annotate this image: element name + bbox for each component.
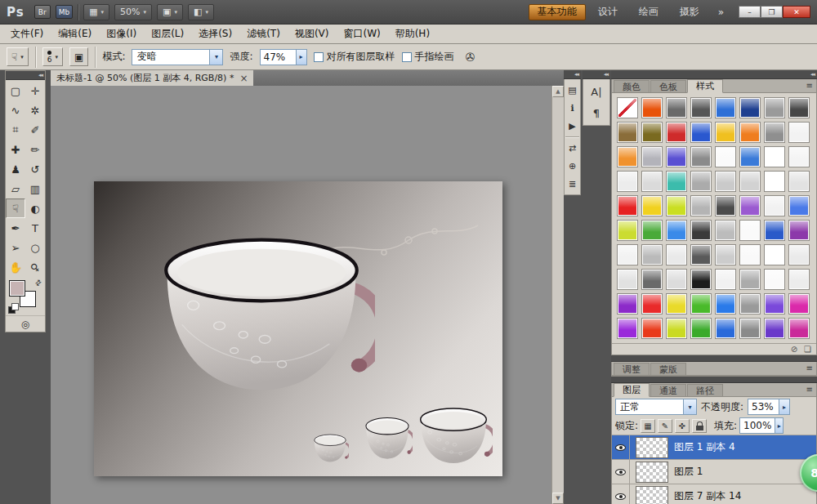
style-swatch[interactable] (739, 293, 761, 314)
style-swatch[interactable] (715, 97, 736, 118)
style-swatch[interactable] (641, 318, 663, 339)
style-swatch[interactable] (739, 122, 761, 143)
foreground-color-swatch[interactable] (9, 280, 25, 297)
menu-layer[interactable]: 图层(L) (144, 25, 191, 43)
scroll-up-arrow[interactable]: ▲ (552, 86, 564, 97)
style-swatch[interactable] (666, 318, 687, 339)
style-swatch[interactable] (617, 122, 638, 143)
style-swatch[interactable] (690, 195, 712, 216)
smudge-tool[interactable]: ☟ (6, 198, 25, 218)
style-swatch[interactable] (788, 293, 810, 314)
tab-adjustments[interactable]: 调整 (614, 363, 650, 375)
style-swatch[interactable] (739, 146, 761, 167)
toggle-brush-panel-button[interactable]: ▣ (69, 47, 88, 66)
menu-edit[interactable]: 编辑(E) (51, 25, 99, 43)
style-swatch[interactable] (617, 244, 638, 265)
layer-row[interactable]: 图层 1 副本 4 (612, 435, 816, 460)
strength-input[interactable]: 47% ▸ (260, 49, 307, 65)
style-swatch[interactable] (666, 220, 687, 241)
style-swatch[interactable] (690, 318, 712, 339)
style-swatch[interactable] (715, 244, 736, 265)
history-panel-icon[interactable]: ⇄ (565, 139, 580, 157)
eraser-tool[interactable]: ▱ (6, 179, 25, 198)
menu-image[interactable]: 图像(I) (99, 25, 144, 43)
sample-all-layers-checkbox[interactable] (314, 52, 324, 62)
tab-masks[interactable]: 蒙版 (650, 363, 686, 375)
menu-filter[interactable]: 滤镜(T) (239, 25, 288, 43)
style-swatch[interactable] (715, 195, 736, 216)
style-swatch[interactable] (666, 195, 687, 216)
style-swatch[interactable] (764, 146, 785, 167)
crop-tool[interactable]: ⌗ (6, 120, 25, 140)
style-swatch[interactable] (641, 97, 663, 118)
layer-comps-panel-icon[interactable]: ≣ (565, 175, 580, 193)
history-brush-tool[interactable]: ↺ (25, 159, 45, 179)
style-swatch[interactable] (666, 122, 687, 143)
artboard-canvas[interactable] (94, 181, 502, 476)
layer-thumbnail[interactable] (636, 486, 668, 504)
tab-close-icon[interactable]: × (239, 74, 248, 83)
style-swatch[interactable] (617, 171, 638, 192)
style-swatch[interactable] (617, 318, 638, 339)
layer-thumbnail[interactable] (636, 437, 668, 458)
style-swatch[interactable] (788, 195, 810, 216)
healing-brush-tool[interactable]: ✚ (6, 140, 25, 159)
brush-tool[interactable]: ✏ (25, 140, 45, 159)
style-swatch[interactable] (764, 171, 785, 192)
style-swatch[interactable] (788, 122, 810, 143)
style-swatch[interactable] (690, 293, 712, 314)
finger-painting-checkbox[interactable] (402, 52, 412, 62)
clone-source-panel-icon[interactable]: ⊕ (565, 157, 580, 175)
style-swatch[interactable] (715, 293, 736, 314)
panel-menu-icon[interactable]: ≡ (806, 81, 813, 90)
zoom-level-dropdown[interactable]: 50% ▾ (114, 4, 152, 20)
workspace-button-design[interactable]: 设计 (589, 4, 627, 20)
style-swatch[interactable] (641, 269, 663, 290)
style-swatch[interactable] (739, 269, 761, 290)
style-swatch[interactable] (641, 195, 663, 216)
menu-file[interactable]: 文件(F) (3, 25, 51, 43)
style-swatch[interactable] (739, 244, 761, 265)
character-panel-icon[interactable]: A| (584, 81, 609, 102)
move-tool[interactable]: ✛ (25, 81, 45, 100)
tab-styles[interactable]: 样式 (687, 79, 723, 93)
style-swatch[interactable] (666, 244, 687, 265)
restore-button[interactable]: ❐ (761, 6, 783, 18)
type-tool[interactable]: T (25, 218, 45, 238)
mini-bridge-button[interactable]: Mb (56, 5, 73, 19)
style-swatch[interactable] (690, 146, 712, 167)
sample-all-layers-option[interactable]: 对所有图层取样 (314, 50, 395, 64)
toolbox-collapse-header[interactable]: ◂◂ (6, 71, 45, 80)
style-swatch[interactable] (690, 97, 712, 118)
airbrush-toggle-button[interactable]: ✇ (461, 47, 480, 66)
style-swatch[interactable] (764, 293, 785, 314)
document-tab[interactable]: 未标题-1 @ 50% (图层 1 副本 4, RGB/8) * × (51, 70, 253, 86)
eyedropper-tool[interactable]: ✐ (25, 120, 45, 140)
vertical-scrollbar[interactable]: ▲ ▼ (551, 86, 564, 504)
tool-preset-picker[interactable]: ☟ ▾ (7, 47, 29, 66)
workspace-button-photography[interactable]: 摄影 (671, 4, 708, 20)
pen-tool[interactable]: ✒ (6, 218, 25, 238)
zoom-tool[interactable]: ♀ (25, 257, 45, 277)
actions-panel-icon[interactable]: ▶ (565, 117, 580, 135)
ellipse-tool[interactable]: ○ (25, 238, 45, 257)
layer-thumbnail[interactable] (636, 462, 668, 483)
style-swatch[interactable] (715, 122, 736, 143)
tab-channels[interactable]: 通道 (650, 384, 686, 396)
style-swatch[interactable] (764, 244, 785, 265)
style-swatch[interactable] (715, 318, 736, 339)
style-swatch[interactable] (617, 195, 638, 216)
panel-menu-icon[interactable]: ≡ (806, 385, 813, 394)
layer-row[interactable]: 图层 1 (612, 460, 816, 484)
style-swatch[interactable] (690, 244, 712, 265)
menu-view[interactable]: 视图(V) (288, 25, 337, 43)
layer-blend-mode-select[interactable]: 正常 ▾ (615, 399, 697, 415)
style-swatch[interactable] (788, 318, 810, 339)
gradient-tool[interactable]: ▥ (25, 179, 45, 198)
style-swatch[interactable] (641, 220, 663, 241)
layers-dock-header[interactable] (611, 377, 817, 383)
lasso-tool[interactable]: ∿ (6, 100, 25, 120)
style-swatch[interactable] (739, 318, 761, 339)
style-swatch[interactable] (739, 171, 761, 192)
style-swatch[interactable] (666, 293, 687, 314)
